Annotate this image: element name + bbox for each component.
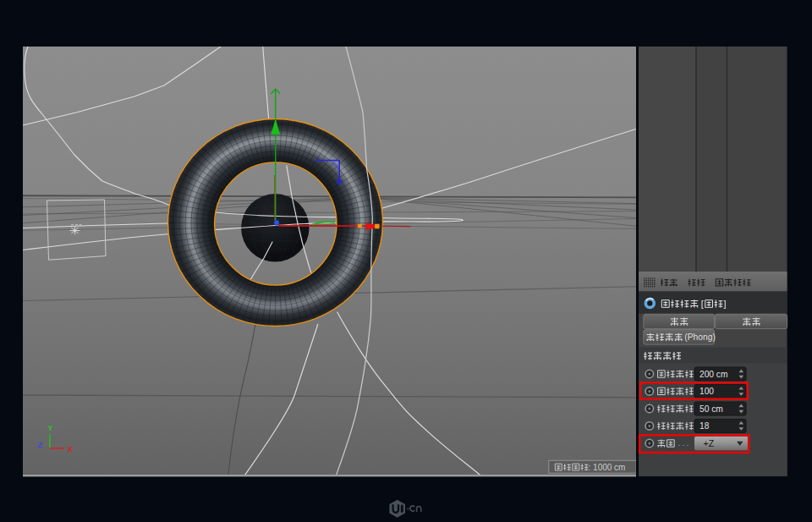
svg-text:: 1000 cm: : 1000 cm [589, 463, 626, 472]
svg-text:Y: Y [47, 423, 53, 432]
svg-text:100: 100 [700, 387, 714, 396]
svg-text:X: X [68, 444, 74, 453]
svg-text:200 cm: 200 cm [700, 370, 727, 379]
svg-text:(Phong): (Phong) [684, 332, 716, 342]
svg-text:[: [ [701, 299, 704, 309]
svg-text:+Z: +Z [704, 438, 715, 448]
svg-text:. . .: . . . [678, 439, 689, 448]
svg-text:]: ] [724, 299, 727, 309]
svg-text:Z: Z [38, 440, 43, 449]
svg-text:18: 18 [700, 421, 710, 431]
svg-text:50 cm: 50 cm [700, 404, 723, 414]
